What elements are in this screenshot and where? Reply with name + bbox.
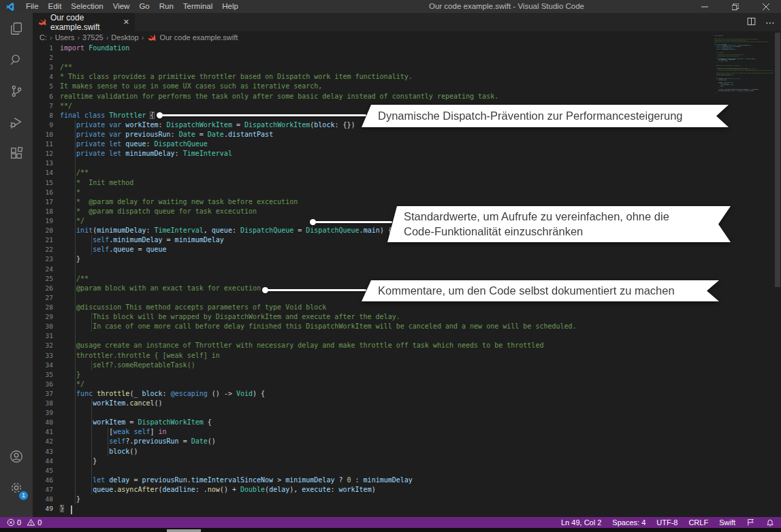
close-tab-icon[interactable]: ✕ xyxy=(123,18,129,27)
code-line[interactable]: 35 } xyxy=(33,370,774,380)
code-line[interactable]: 17 * @param delay for waiting new task b… xyxy=(33,197,774,207)
menu-go[interactable]: Go xyxy=(134,0,154,13)
account-icon[interactable] xyxy=(0,441,33,472)
code-line[interactable]: 12 private let minimumDelay: TimeInterva… xyxy=(33,149,774,159)
source-control-icon[interactable] xyxy=(0,76,33,107)
code-line[interactable]: 32 @usage create an instance of Throttle… xyxy=(33,341,774,350)
code-line[interactable]: 15 * Init method xyxy=(33,178,774,188)
code-line[interactable]: 2 xyxy=(33,53,774,63)
code-line[interactable]: 41 [weak self] in xyxy=(33,427,774,437)
breadcrumb-segment[interactable]: 37525 xyxy=(82,33,103,41)
editor-pane[interactable]: 1import Foundation23/**4* This class pro… xyxy=(33,44,774,517)
run-debug-icon[interactable] xyxy=(0,107,33,138)
restore-button[interactable] xyxy=(720,0,750,13)
minimize-button[interactable] xyxy=(689,0,720,13)
scrollbar[interactable] xyxy=(774,31,781,517)
code-line[interactable]: 14 /** xyxy=(33,168,774,178)
code-line[interactable]: 26 @param block with an exact task for e… xyxy=(33,284,774,293)
code-line[interactable]: 30 In case of one more call before delay… xyxy=(33,322,774,331)
code-line[interactable]: 13 xyxy=(33,159,774,168)
code-line[interactable]: 8final class Throttler { xyxy=(33,111,774,120)
indent-guide xyxy=(75,149,76,159)
code-line[interactable]: 18 * @param dispatch queue for task exce… xyxy=(33,207,774,216)
menu-file[interactable]: File xyxy=(21,0,44,13)
indent-guide xyxy=(91,437,92,446)
breadcrumb-segment[interactable]: C: xyxy=(39,33,47,41)
menu-edit[interactable]: Edit xyxy=(44,0,67,13)
eol-sequence[interactable]: CRLF xyxy=(688,518,708,527)
code-line[interactable]: 46 let delay = previousRun.timeIntervalS… xyxy=(33,476,774,485)
breadcrumb-segment[interactable]: Desktop xyxy=(111,33,138,41)
problems-indicator[interactable]: 0 0 xyxy=(7,518,42,527)
breadcrumb-file[interactable]: Our code example.swift xyxy=(159,33,238,41)
code-line[interactable]: 11 private let queue: DispatchQueue xyxy=(33,139,774,149)
code-line[interactable]: 47 queue.asyncAfter(deadline: .now() + D… xyxy=(33,485,774,495)
code-line[interactable]: 49} xyxy=(33,504,774,514)
code-line[interactable]: 24 xyxy=(33,265,774,274)
code-line[interactable]: 31 xyxy=(33,331,774,341)
code-line[interactable]: 7**/ xyxy=(33,101,774,111)
code-line[interactable]: 20 init(minimumDelay: TimeInterval, queu… xyxy=(33,226,774,235)
split-editor-icon[interactable] xyxy=(747,16,756,29)
indent-guide xyxy=(75,495,76,504)
code-line[interactable]: 1import Foundation xyxy=(33,44,774,53)
menu-run[interactable]: Run xyxy=(155,0,178,13)
code-line[interactable]: 19 */ xyxy=(33,216,774,226)
code-line[interactable]: 25 /** xyxy=(33,274,774,284)
scrollbar-thumb[interactable] xyxy=(775,33,780,287)
tab-our-code-example[interactable]: Our code example.swift ✕ xyxy=(33,13,135,31)
minimap[interactable]: import Foundation/*** This class provide… xyxy=(714,35,773,98)
code-line[interactable]: 40 workItem = DispatchWorkItem { xyxy=(33,418,774,427)
search-icon[interactable] xyxy=(0,44,33,76)
indentation[interactable]: Spaces: 4 xyxy=(612,518,645,527)
code-line[interactable]: 23 } xyxy=(33,254,774,264)
code-line[interactable]: 10 private var previousRun: Date = Date.… xyxy=(33,130,774,139)
notifications-bell-icon[interactable] xyxy=(766,518,774,527)
code-line[interactable]: 3/** xyxy=(33,63,774,72)
code-line[interactable]: 16 * xyxy=(33,188,774,197)
menu-bar: FileEditSelectionViewGoRunTerminalHelp xyxy=(21,0,243,13)
close-window-button[interactable] xyxy=(750,0,781,13)
cursor-position[interactable]: Ln 49, Col 2 xyxy=(561,518,601,527)
extensions-icon[interactable] xyxy=(0,138,33,169)
encoding[interactable]: UTF-8 xyxy=(656,518,678,527)
line-number: 17 xyxy=(33,197,53,207)
settings-gear-icon[interactable]: 1 xyxy=(0,472,33,503)
menu-view[interactable]: View xyxy=(108,0,135,13)
code-line[interactable]: 42 self?.previousRun = Date() xyxy=(33,437,774,446)
code-line[interactable]: 21 self.minimumDelay = minimumDelay xyxy=(33,235,774,245)
feedback-icon[interactable] xyxy=(746,518,755,527)
code-line[interactable]: } xyxy=(714,93,773,94)
code-line[interactable]: 34 self?.someRepetableTask() xyxy=(33,361,774,370)
explorer-icon[interactable] xyxy=(0,13,33,44)
code-line[interactable]: 22 self.queue = queue xyxy=(33,245,774,254)
code-line[interactable]: 45 xyxy=(33,466,774,476)
menu-terminal[interactable]: Terminal xyxy=(178,0,217,13)
code-line[interactable]: 5It makes sense to use in some UX cases … xyxy=(33,82,774,91)
code-line[interactable]: 6realtime validation for performs the ta… xyxy=(33,92,774,101)
code-line[interactable]: 36 */ xyxy=(33,380,774,389)
breadcrumb-separator: › xyxy=(77,33,80,41)
code-line[interactable]: 27 xyxy=(33,293,774,303)
code-line[interactable]: 28 @discussion This method accepts param… xyxy=(33,303,774,312)
code-line[interactable]: 9 private var workItem: DispatchWorkItem… xyxy=(33,120,774,130)
code-line[interactable]: 44 } xyxy=(33,456,774,466)
menu-selection[interactable]: Selection xyxy=(66,0,108,13)
indent-guide xyxy=(75,351,76,361)
code-line[interactable]: 4* This class provides a primitive throt… xyxy=(33,72,774,82)
errors-count: 0 xyxy=(17,518,21,527)
code-line[interactable]: 33 throttler.throttle { [weak self] in xyxy=(33,351,774,361)
code-line[interactable]: 37 func throttle(_ block: @escaping () -… xyxy=(33,389,774,399)
code-line[interactable]: 39 xyxy=(33,408,774,418)
window-title: Our code example.swift - Visual Studio C… xyxy=(429,0,584,13)
code-line[interactable]: 38 workItem.cancel() xyxy=(33,399,774,408)
code-area[interactable]: 1import Foundation23/**4* This class pro… xyxy=(33,44,774,514)
language-mode[interactable]: Swift xyxy=(719,518,735,527)
more-actions-icon[interactable]: ⋯ xyxy=(765,17,776,28)
code-line[interactable]: 43 block() xyxy=(33,447,774,456)
code-line[interactable]: 29 This block will be wrapped by Dispatc… xyxy=(33,312,774,322)
menu-help[interactable]: Help xyxy=(217,0,243,13)
indent-guide xyxy=(91,418,92,427)
breadcrumb-segment[interactable]: Users xyxy=(55,33,75,41)
code-line[interactable]: 48 } xyxy=(33,495,774,504)
